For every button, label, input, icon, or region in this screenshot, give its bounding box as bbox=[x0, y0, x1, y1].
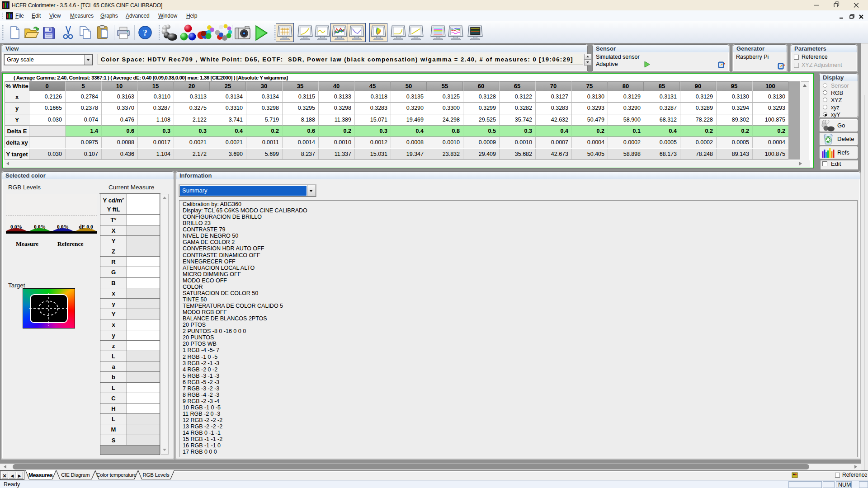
svg-text:?: ? bbox=[143, 28, 147, 38]
